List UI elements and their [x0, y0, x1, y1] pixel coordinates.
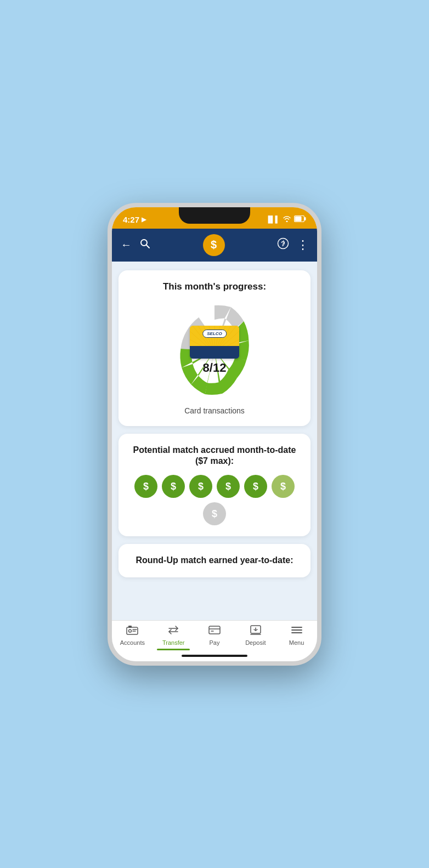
nav-left: ← [121, 238, 150, 252]
accounts-label: Accounts [120, 639, 145, 646]
pay-label: Pay [210, 639, 220, 646]
battery-icon [294, 215, 306, 224]
tab-accounts[interactable]: Accounts [112, 625, 153, 648]
selco-bottom [190, 346, 239, 359]
svg-rect-1 [304, 217, 306, 220]
menu-label: Menu [289, 639, 304, 646]
location-icon: ▶ [142, 216, 146, 223]
menu-icon [291, 625, 303, 638]
status-icons: ▐▌▌ [266, 215, 306, 224]
dollar-icon-2: $ [162, 475, 185, 498]
nav-right: ? ⋮ [277, 237, 308, 252]
wifi-icon [283, 215, 291, 224]
progress-card: This month's progress: /* inline compute… [118, 270, 311, 426]
app-logo: $ [203, 234, 225, 256]
dollar-icon-7: $ [203, 502, 226, 525]
dollar-icons-row: $ $ $ $ $ $ $ [127, 475, 302, 525]
dollar-icon-1: $ [134, 475, 157, 498]
progress-count: 8/12 [203, 361, 227, 375]
pay-icon [208, 625, 221, 638]
svg-point-22 [129, 629, 132, 632]
nav-bar: ← $ ? ⋮ [112, 229, 317, 262]
time-display: 4:27 [123, 215, 139, 224]
progress-subtitle: Card transactions [127, 406, 302, 415]
selco-badge: SELCO [202, 330, 227, 338]
tab-pay[interactable]: Pay [194, 625, 235, 648]
accounts-icon [126, 625, 138, 638]
svg-rect-2 [295, 216, 302, 221]
home-indicator [112, 650, 317, 661]
dollar-icon-6: $ [272, 475, 295, 498]
content-area: This month's progress: /* inline compute… [112, 262, 317, 620]
home-indicator-bar [182, 655, 247, 657]
svg-rect-28 [209, 626, 220, 634]
tab-transfer[interactable]: Transfer [153, 625, 194, 648]
selco-name: SELCO [207, 331, 222, 336]
help-button[interactable]: ? [277, 237, 289, 252]
deposit-icon [250, 625, 262, 638]
transfer-icon [167, 625, 179, 638]
signal-icon: ▐▌▌ [266, 215, 280, 223]
svg-rect-25 [128, 626, 132, 628]
search-button[interactable] [139, 238, 150, 252]
match-card-title: Potential match accrued month-to-date ($… [127, 445, 302, 468]
tab-deposit[interactable]: Deposit [235, 625, 276, 648]
back-button[interactable]: ← [121, 239, 132, 251]
logo-symbol: $ [211, 239, 217, 251]
tab-menu[interactable]: Menu [276, 625, 317, 648]
notch [179, 207, 250, 224]
bottom-nav: Accounts Transfer Pay [112, 620, 317, 650]
dollar-icon-3: $ [189, 475, 212, 498]
phone-frame: 4:27 ▶ ▐▌▌ ← [108, 203, 321, 666]
donut-container: /* inline computed */ [127, 301, 302, 400]
selco-card: SELCO [190, 326, 239, 359]
status-time: 4:27 ▶ [123, 215, 146, 224]
dollar-icon-5: $ [244, 475, 267, 498]
dollar-icon-4: $ [217, 475, 240, 498]
match-card: Potential match accrued month-to-date ($… [118, 434, 311, 537]
roundup-card-title: Round-Up match earned year-to-date: [127, 555, 302, 566]
roundup-card: Round-Up match earned year-to-date: [118, 544, 311, 577]
deposit-label: Deposit [245, 639, 266, 646]
svg-line-4 [146, 245, 149, 248]
donut-center: SELCO 8/12 [190, 326, 239, 375]
progress-card-title: This month's progress: [127, 281, 302, 292]
more-button[interactable]: ⋮ [297, 238, 308, 252]
transfer-label: Transfer [162, 639, 185, 646]
